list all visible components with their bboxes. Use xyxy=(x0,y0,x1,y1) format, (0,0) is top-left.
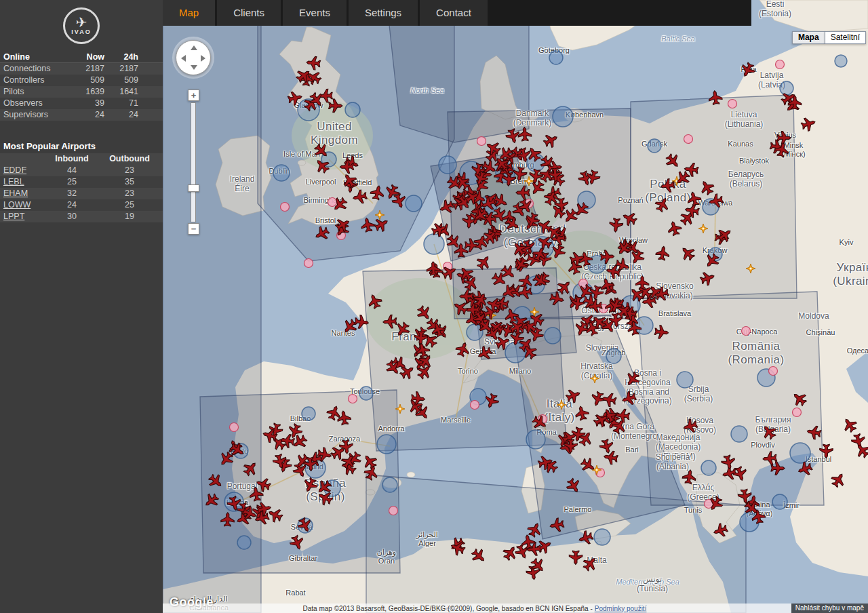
pan-down-icon[interactable] xyxy=(191,65,197,70)
airports-col-inbound: Inbound xyxy=(45,153,98,165)
outbound-count: 23 xyxy=(98,165,161,176)
airport-link-eddf[interactable]: EDDF xyxy=(3,165,45,176)
map-canvas[interactable]: North SeaBaltic SeaMediterranean SeaUnit… xyxy=(163,0,868,613)
online-table: Online Now 24h Connections 2187 2187 Con… xyxy=(0,52,163,121)
popular-airports-title: Most Popular Airports xyxy=(0,138,163,153)
map-type-control: Mapa Satelitní xyxy=(792,31,866,44)
zoom-out-button[interactable]: − xyxy=(188,223,199,235)
row-label: Controllers xyxy=(3,75,69,86)
inbound-count: 30 xyxy=(45,211,98,222)
row-label: Connections xyxy=(3,63,69,75)
row-24h: 2187 xyxy=(104,63,138,75)
row-now: 1639 xyxy=(69,86,104,98)
pan-left-icon[interactable] xyxy=(181,55,186,62)
table-row: LEBL 25 35 xyxy=(0,176,163,188)
inbound-count: 44 xyxy=(45,165,98,176)
table-row: EDDF 44 23 xyxy=(0,165,163,176)
outbound-count: 35 xyxy=(98,176,161,188)
tab-events[interactable]: Events xyxy=(283,0,347,26)
row-label: Observers xyxy=(3,98,69,109)
sidebar: ✈ IVAO Online Now 24h Connections 2187 2… xyxy=(0,0,163,613)
ivao-logo-circle: ✈ IVAO xyxy=(63,7,100,44)
row-now: 39 xyxy=(69,98,104,109)
table-row: LOWW 24 25 xyxy=(0,199,163,211)
airports-col-spacer xyxy=(3,153,45,165)
online-col-24h: 24h xyxy=(104,52,138,63)
tab-contact[interactable]: Contact xyxy=(420,0,488,26)
zoom-slider-track[interactable] xyxy=(191,102,196,222)
row-24h: 24 xyxy=(104,109,138,121)
tab-clients[interactable]: Clients xyxy=(217,0,281,26)
ivao-logo-text: IVAO xyxy=(71,28,91,35)
table-row: Pilots 1639 1641 xyxy=(0,86,163,98)
online-title: Online xyxy=(3,52,69,63)
ivao-plane-icon: ✈ xyxy=(76,16,87,28)
zoom-in-button[interactable]: + xyxy=(188,90,199,101)
table-row: Controllers 509 509 xyxy=(0,75,163,86)
tab-map[interactable]: Map xyxy=(163,0,215,26)
table-row: Observers 39 71 xyxy=(0,98,163,109)
row-now: 2187 xyxy=(69,63,104,75)
online-table-header: Online Now 24h xyxy=(0,52,163,63)
airports-col-outbound: Outbound xyxy=(98,153,161,165)
tab-settings[interactable]: Settings xyxy=(349,0,418,26)
row-24h: 1641 xyxy=(104,86,138,98)
terms-link[interactable]: Podmínky použití xyxy=(595,605,647,612)
pan-up-icon[interactable] xyxy=(191,45,197,50)
row-label: Pilots xyxy=(3,86,69,98)
inbound-count: 24 xyxy=(45,199,98,211)
inbound-count: 25 xyxy=(45,176,98,188)
airport-link-lebl[interactable]: LEBL xyxy=(3,176,45,188)
map-type-satellite-button[interactable]: Satelitní xyxy=(825,31,866,44)
zoom-slider-handle[interactable] xyxy=(188,184,199,192)
ivao-logo: ✈ IVAO xyxy=(0,0,163,52)
table-row: Connections 2187 2187 xyxy=(0,63,163,75)
row-label: Supervisors xyxy=(3,109,69,121)
outbound-count: 25 xyxy=(98,199,161,211)
ivao-webeye-app: North SeaBaltic SeaMediterranean SeaUnit… xyxy=(0,0,868,613)
inbound-count: 32 xyxy=(45,188,98,199)
map-attribution: Data map ©2013 Basarsoft, GeoBasis-DE/BK… xyxy=(163,604,868,613)
map-base-layer xyxy=(163,0,868,613)
table-row: EHAM 32 23 xyxy=(0,188,163,199)
airport-link-lppt[interactable]: LPPT xyxy=(3,211,45,222)
row-now: 24 xyxy=(69,109,104,121)
top-nav: Map Clients Events Settings Contact xyxy=(163,0,751,26)
airport-link-loww[interactable]: LOWW xyxy=(3,199,45,211)
online-col-now: Now xyxy=(69,52,104,63)
row-24h: 509 xyxy=(104,75,138,86)
attribution-text: Data map ©2013 Basarsoft, GeoBasis-DE/BK… xyxy=(303,605,593,612)
map-type-mapa-button[interactable]: Mapa xyxy=(792,31,825,44)
table-row: LPPT 30 19 xyxy=(0,211,163,222)
outbound-count: 19 xyxy=(98,211,161,222)
outbound-count: 23 xyxy=(98,188,161,199)
row-now: 509 xyxy=(69,75,104,86)
airports-table-header: Inbound Outbound xyxy=(0,153,163,165)
row-24h: 71 xyxy=(104,98,138,109)
pan-right-icon[interactable] xyxy=(201,55,205,62)
report-map-error-link[interactable]: Nahlásit chybu v mapě xyxy=(791,604,868,613)
table-row: Supervisors 24 24 xyxy=(0,109,163,121)
airport-link-eham[interactable]: EHAM xyxy=(3,188,45,199)
pan-control[interactable] xyxy=(176,40,211,75)
popular-airports-table: Inbound Outbound EDDF 44 23 LEBL 25 35 E… xyxy=(0,153,163,222)
